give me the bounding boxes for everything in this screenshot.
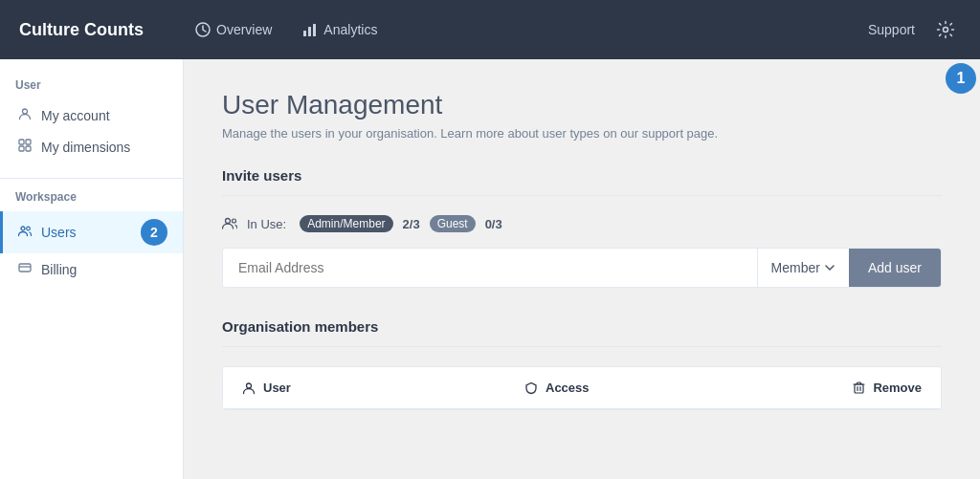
col-user: User <box>242 381 524 395</box>
svg-rect-16 <box>855 384 863 393</box>
svg-rect-6 <box>19 140 24 144</box>
guest-count: 0/3 <box>485 217 502 231</box>
main-content: User Management Manage the users in your… <box>184 59 980 479</box>
topnav-links: Overview Analytics <box>182 14 868 45</box>
user-section: User My account <box>0 78 183 163</box>
col-user-label: User <box>263 381 291 395</box>
col-remove: Remove <box>807 381 922 395</box>
svg-rect-12 <box>19 264 31 272</box>
members-table: User Access Remove <box>222 366 942 410</box>
billing-label: Billing <box>41 262 77 277</box>
remove-col-icon <box>853 381 865 394</box>
col-access: Access <box>524 381 807 395</box>
email-input[interactable] <box>223 249 757 287</box>
add-user-label: Add user <box>868 260 922 275</box>
admin-member-badge: Admin/Member <box>300 215 392 232</box>
dimensions-icon <box>18 139 32 155</box>
overview-icon <box>195 22 211 37</box>
role-select-value: Member <box>771 260 820 275</box>
svg-point-11 <box>27 227 31 230</box>
support-link[interactable]: Support <box>868 22 915 37</box>
add-user-button[interactable]: Add user <box>849 249 941 287</box>
page-layout: 1 User My account <box>0 59 980 479</box>
org-section-divider <box>222 346 942 347</box>
nav-overview[interactable]: Overview <box>182 14 285 45</box>
in-use-label: In Use: <box>247 217 286 231</box>
top-navigation: Culture Counts Overview Analytics Suppor… <box>0 0 980 59</box>
table-header-row: User Access Remove <box>223 367 941 409</box>
sidebar-item-billing[interactable]: Billing <box>0 253 183 285</box>
page-subtitle: Manage the users in your organisation. L… <box>222 126 942 141</box>
page-title: User Management <box>222 90 942 120</box>
col-remove-label: Remove <box>873 381 922 395</box>
brand-name: Culture Counts <box>19 20 144 40</box>
access-col-icon <box>524 381 538 395</box>
users-inuse-icon <box>222 216 237 231</box>
users-label: Users <box>41 225 77 240</box>
sidebar: User My account <box>0 59 184 479</box>
svg-point-5 <box>23 109 28 114</box>
users-badge: 2 <box>141 219 167 246</box>
svg-rect-8 <box>19 146 24 151</box>
role-select[interactable]: Member <box>757 249 849 287</box>
svg-rect-3 <box>313 24 316 36</box>
my-dimensions-label: My dimensions <box>41 140 130 155</box>
invite-section-divider <box>222 195 942 196</box>
settings-button[interactable] <box>930 14 961 45</box>
analytics-icon <box>302 22 318 37</box>
invite-users-section: Invite users In Use: Admin/Member 2/3 Gu… <box>222 167 942 288</box>
svg-point-15 <box>247 383 252 388</box>
invite-form-row: Member Add user <box>222 248 942 288</box>
svg-rect-1 <box>303 31 306 36</box>
org-section-title: Organisation members <box>222 318 942 335</box>
svg-point-14 <box>233 219 236 223</box>
svg-point-13 <box>226 219 231 224</box>
col-access-label: Access <box>546 381 590 395</box>
overview-label: Overview <box>216 22 272 37</box>
nav-analytics[interactable]: Analytics <box>289 14 390 45</box>
sidebar-divider <box>0 178 183 179</box>
person-icon <box>18 107 32 123</box>
workspace-section: Workspace Users 2 <box>0 190 183 285</box>
billing-icon <box>18 261 32 277</box>
chevron-down-icon <box>824 262 835 273</box>
org-members-section: Organisation members User <box>222 318 942 410</box>
topnav-right: Support <box>868 14 961 45</box>
in-use-row: In Use: Admin/Member 2/3 Guest 0/3 <box>222 215 942 232</box>
admin-member-count: 2/3 <box>403 217 420 231</box>
svg-point-4 <box>944 28 948 33</box>
gear-icon <box>936 20 955 39</box>
analytics-label: Analytics <box>323 22 377 37</box>
svg-point-10 <box>21 227 25 230</box>
svg-rect-7 <box>26 140 31 144</box>
users-icon <box>18 225 32 241</box>
user-col-icon <box>242 381 256 395</box>
workspace-section-label: Workspace <box>0 190 183 211</box>
user-section-label: User <box>0 78 183 99</box>
svg-rect-9 <box>26 146 31 151</box>
sidebar-item-my-dimensions[interactable]: My dimensions <box>0 131 183 163</box>
svg-rect-2 <box>308 27 311 36</box>
sidebar-item-users[interactable]: Users 2 <box>0 211 183 253</box>
guest-badge: Guest <box>430 215 476 232</box>
sidebar-item-my-account[interactable]: My account <box>0 99 183 131</box>
notification-badge-top: 1 <box>946 63 976 94</box>
invite-section-title: Invite users <box>222 167 942 184</box>
my-account-label: My account <box>41 108 110 123</box>
